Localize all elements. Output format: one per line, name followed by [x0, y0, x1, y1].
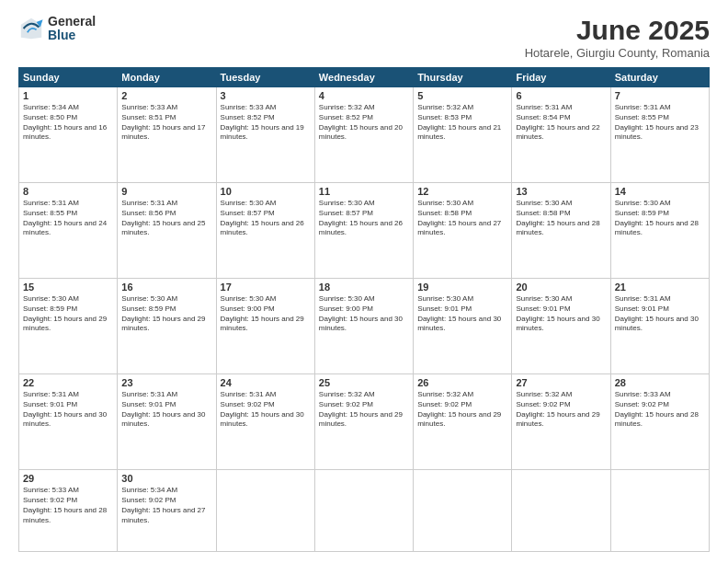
header-saturday: Saturday — [610, 68, 709, 87]
table-row: 22 Sunrise: 5:31 AMSunset: 9:01 PMDaylig… — [19, 374, 710, 470]
list-item — [216, 470, 314, 552]
list-item: 5 Sunrise: 5:32 AMSunset: 8:53 PMDayligh… — [414, 87, 512, 183]
table-row: 29 Sunrise: 5:33 AMSunset: 9:02 PMDaylig… — [19, 470, 710, 552]
list-item — [414, 470, 512, 552]
logo-general-text: General — [48, 15, 96, 29]
list-item: 22 Sunrise: 5:31 AMSunset: 9:01 PMDaylig… — [19, 374, 118, 470]
header-thursday: Thursday — [414, 68, 512, 87]
list-item: 10 Sunrise: 5:30 AMSunset: 8:57 PMDaylig… — [216, 183, 314, 279]
header-wednesday: Wednesday — [314, 68, 413, 87]
list-item: 14 Sunrise: 5:30 AMSunset: 8:59 PMDaylig… — [610, 183, 709, 279]
list-item: 4 Sunrise: 5:32 AMSunset: 8:52 PMDayligh… — [314, 87, 413, 183]
list-item: 15 Sunrise: 5:30 AMSunset: 8:59 PMDaylig… — [19, 279, 118, 374]
list-item: 27 Sunrise: 5:32 AMSunset: 9:02 PMDaylig… — [512, 374, 610, 470]
list-item: 25 Sunrise: 5:32 AMSunset: 9:02 PMDaylig… — [314, 374, 413, 470]
table-row: 1 Sunrise: 5:34 AMSunset: 8:50 PMDayligh… — [19, 87, 710, 183]
header-friday: Friday — [512, 68, 610, 87]
list-item: 29 Sunrise: 5:33 AMSunset: 9:02 PMDaylig… — [19, 470, 118, 552]
list-item: 7 Sunrise: 5:31 AMSunset: 8:55 PMDayligh… — [610, 87, 709, 183]
list-item: 19 Sunrise: 5:30 AMSunset: 9:01 PMDaylig… — [414, 279, 512, 374]
list-item: 9 Sunrise: 5:31 AMSunset: 8:56 PMDayligh… — [118, 183, 216, 279]
table-row: 8 Sunrise: 5:31 AMSunset: 8:55 PMDayligh… — [19, 183, 710, 279]
list-item: 30 Sunrise: 5:34 AMSunset: 9:02 PMDaylig… — [118, 470, 216, 552]
list-item: 17 Sunrise: 5:30 AMSunset: 9:00 PMDaylig… — [216, 279, 314, 374]
main-title: June 2025 — [525, 15, 710, 46]
list-item: 23 Sunrise: 5:31 AMSunset: 9:01 PMDaylig… — [118, 374, 216, 470]
list-item — [512, 470, 610, 552]
calendar-table: Sunday Monday Tuesday Wednesday Thursday… — [18, 67, 710, 552]
page: General Blue June 2025 Hotarele, Giurgiu… — [0, 0, 728, 563]
list-item: 26 Sunrise: 5:32 AMSunset: 9:02 PMDaylig… — [414, 374, 512, 470]
title-block: June 2025 Hotarele, Giurgiu County, Roma… — [525, 15, 710, 60]
list-item: 21 Sunrise: 5:31 AMSunset: 9:01 PMDaylig… — [610, 279, 709, 374]
list-item — [610, 470, 709, 552]
list-item: 20 Sunrise: 5:30 AMSunset: 9:01 PMDaylig… — [512, 279, 610, 374]
list-item: 11 Sunrise: 5:30 AMSunset: 8:57 PMDaylig… — [314, 183, 413, 279]
list-item: 6 Sunrise: 5:31 AMSunset: 8:54 PMDayligh… — [512, 87, 610, 183]
header-monday: Monday — [118, 68, 216, 87]
list-item: 16 Sunrise: 5:30 AMSunset: 8:59 PMDaylig… — [118, 279, 216, 374]
logo-blue-text: Blue — [48, 29, 96, 42]
list-item: 8 Sunrise: 5:31 AMSunset: 8:55 PMDayligh… — [19, 183, 118, 279]
table-row: 15 Sunrise: 5:30 AMSunset: 8:59 PMDaylig… — [19, 279, 710, 374]
header-sunday: Sunday — [19, 68, 118, 87]
list-item: 13 Sunrise: 5:30 AMSunset: 8:58 PMDaylig… — [512, 183, 610, 279]
list-item: 1 Sunrise: 5:34 AMSunset: 8:50 PMDayligh… — [19, 87, 118, 183]
list-item: 24 Sunrise: 5:31 AMSunset: 9:02 PMDaylig… — [216, 374, 314, 470]
weekday-header-row: Sunday Monday Tuesday Wednesday Thursday… — [19, 68, 710, 87]
subtitle: Hotarele, Giurgiu County, Romania — [525, 46, 710, 60]
list-item: 3 Sunrise: 5:33 AMSunset: 8:52 PMDayligh… — [216, 87, 314, 183]
header-tuesday: Tuesday — [216, 68, 314, 87]
list-item: 18 Sunrise: 5:30 AMSunset: 9:00 PMDaylig… — [314, 279, 413, 374]
list-item: 12 Sunrise: 5:30 AMSunset: 8:58 PMDaylig… — [414, 183, 512, 279]
logo-icon — [18, 16, 44, 41]
header: General Blue June 2025 Hotarele, Giurgiu… — [18, 15, 710, 60]
list-item: 2 Sunrise: 5:33 AMSunset: 8:51 PMDayligh… — [118, 87, 216, 183]
list-item: 28 Sunrise: 5:33 AMSunset: 9:02 PMDaylig… — [610, 374, 709, 470]
logo: General Blue — [18, 15, 96, 43]
logo-text: General Blue — [48, 15, 96, 43]
list-item — [314, 470, 413, 552]
